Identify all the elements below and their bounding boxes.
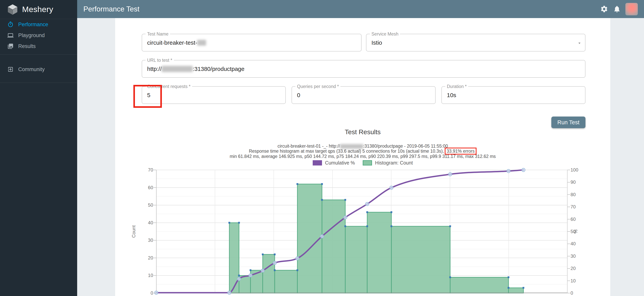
exit-to-app-icon [7, 66, 14, 72]
duration-value: 10s [447, 87, 456, 103]
url-field[interactable]: URL to test * http://:31380/productpage [142, 60, 586, 78]
legend-label-line: Cumulative % [325, 160, 355, 166]
sidebar-item-results[interactable]: Results [0, 41, 77, 52]
result-summary-line1: circuit-breaker-test-01 -_- http://:3138… [115, 143, 610, 149]
qps-field[interactable]: Queries per second * 0 [292, 86, 436, 104]
errors-annotation-box: 33.91% errors [445, 147, 476, 155]
right-tick-label: 0 [570, 290, 586, 296]
redacted-ip [340, 144, 363, 149]
right-tick-label: 20 [570, 266, 586, 271]
chart-legend: Cumulative % Histogram: Count [115, 160, 610, 166]
concurrent-requests-label: Concurrent requests * [146, 84, 192, 89]
laptop-icon [7, 32, 14, 39]
performance-test-card: Test Name circuit-breaker-test- Service … [115, 18, 610, 296]
right-tick-label: 10 [570, 278, 586, 283]
logo-row[interactable]: Meshery [0, 0, 77, 19]
left-tick-label: 50 [140, 202, 153, 208]
concurrent-requests-field[interactable]: Concurrent requests * 5 [142, 86, 286, 104]
left-tick-label: 60 [140, 185, 153, 190]
sidebar-item-label: Results [18, 43, 36, 49]
sidebar-item-label: Performance [18, 22, 48, 28]
left-tick-label: 30 [140, 238, 153, 243]
right-axis-title: % [573, 228, 578, 235]
histogram-chart[interactable]: 010203040506070 0102030405060708090100 [156, 170, 568, 293]
left-tick-label: 70 [140, 167, 153, 173]
url-prefix: http:// [147, 66, 162, 72]
run-test-button[interactable]: Run Test [551, 116, 586, 128]
sidebar-item-playground[interactable]: Playground [0, 30, 77, 41]
sidebar-item-community[interactable]: Community [0, 64, 77, 75]
avatar-blurred-image [626, 3, 638, 15]
legend-swatch-line [313, 160, 322, 166]
right-tick-label: 30 [570, 253, 586, 259]
qps-value: 0 [297, 87, 300, 103]
sidebar-item-label: Playground [18, 33, 45, 39]
concurrent-requests-value: 5 [147, 87, 150, 103]
sidebar-item-label: Community [18, 66, 45, 72]
chevron-down-icon [577, 41, 582, 46]
meshery-app: Meshery Performance Playground Results [0, 0, 644, 296]
stopwatch-icon [7, 21, 14, 28]
right-tick-label: 70 [570, 204, 586, 210]
logo-text: Meshery [22, 5, 53, 14]
right-tick-label: 40 [570, 241, 586, 246]
test-results-heading: Test Results [115, 128, 610, 136]
url-suffix: :31380/productpage [193, 66, 244, 72]
result-summary-line3: min 61.842 ms, average 146.925 ms, p50 1… [115, 154, 610, 159]
header-bar: Performance Test [77, 0, 644, 18]
chart-canvas [156, 170, 568, 293]
qps-label: Queries per second * [296, 84, 340, 89]
left-tick-label: 10 [140, 273, 153, 278]
meshery-logo-icon [7, 4, 18, 15]
service-mesh-select[interactable]: Service Mesh Istio [366, 34, 586, 52]
left-tick-label: 20 [140, 255, 153, 261]
user-avatar[interactable] [626, 3, 638, 15]
duration-field[interactable]: Duration * 10s [442, 86, 586, 104]
results-collections-icon [7, 43, 14, 49]
sidebar: Meshery Performance Playground Results [0, 0, 77, 296]
sidebar-nav: Performance Playground Results Co [0, 19, 77, 85]
main-content: Test Name circuit-breaker-test- Service … [77, 18, 644, 296]
redacted-text [197, 40, 206, 46]
legend-label-bars: Histogram: Count [375, 160, 413, 166]
sidebar-item-performance[interactable]: Performance [0, 19, 77, 30]
right-tick-label: 90 [570, 180, 586, 185]
test-name-field[interactable]: Test Name circuit-breaker-test- [142, 34, 362, 52]
left-tick-label: 40 [140, 220, 153, 225]
sidebar-divider [0, 54, 77, 55]
result-summary-line2: Response time histogram at max target qp… [115, 149, 610, 154]
right-tick-label: 100 [570, 167, 586, 173]
test-name-value: circuit-breaker-test- [147, 39, 197, 46]
notifications-bell-icon[interactable] [613, 5, 621, 13]
legend-swatch-bars [363, 160, 372, 166]
page-title: Performance Test [83, 0, 140, 18]
right-tick-label: 60 [570, 217, 586, 222]
service-mesh-value: Istio [372, 34, 382, 51]
settings-gear-icon[interactable] [600, 5, 608, 13]
left-axis-title: Count [131, 220, 136, 243]
left-tick-label: 0 [140, 290, 153, 296]
redacted-ip [162, 66, 193, 72]
right-tick-label: 80 [570, 192, 586, 197]
